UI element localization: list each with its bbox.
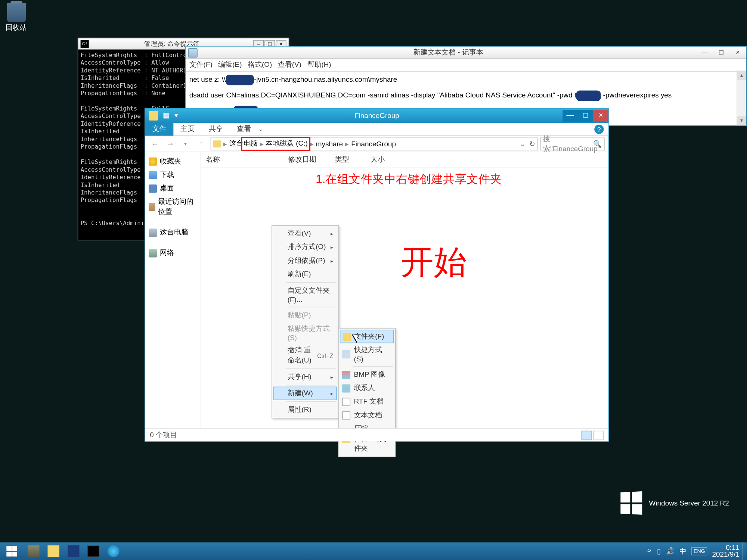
explorer-titlebar[interactable]: ▦ ▾ FinanceGroup — □ × — [145, 109, 608, 123]
ctx-refresh[interactable]: 刷新(E) — [273, 267, 337, 281]
nav-forward-button[interactable]: → — [164, 137, 177, 150]
chevron-right-icon[interactable]: ▸ — [223, 140, 227, 148]
view-details-button[interactable] — [582, 430, 592, 440]
taskbar-ie[interactable] — [103, 542, 124, 560]
ctx-new-txt[interactable]: 文本文档 — [340, 408, 394, 422]
ctx-view[interactable]: 查看(V)▸ — [273, 227, 337, 240]
ctx-properties[interactable]: 属性(R) — [273, 403, 337, 417]
ctx-new-bmp[interactable]: BMP 图像 — [340, 368, 394, 381]
qat-properties-icon[interactable]: ▦ — [163, 111, 173, 120]
ctx-new[interactable]: 新建(W)▸ — [273, 387, 337, 400]
ctx-sort[interactable]: 排序方式(O)▸ — [273, 240, 337, 254]
ribbon-tab-view[interactable]: 查看 — [230, 122, 258, 136]
notepad-menu-file[interactable]: 文件(F) — [189, 60, 213, 70]
nav-history-dropdown[interactable]: ▾ — [179, 137, 192, 150]
explorer-minimize-button[interactable]: — — [562, 110, 578, 121]
recent-icon — [149, 203, 155, 211]
tray-flag-icon[interactable]: 🏳 — [645, 547, 653, 555]
taskbar-powershell[interactable] — [63, 542, 84, 560]
explorer-search-input[interactable]: 搜索"FinanceGroup" 🔍 — [540, 137, 605, 150]
taskbar-cmd[interactable] — [84, 542, 104, 560]
tray-sound-icon[interactable]: 🔊 — [666, 547, 675, 555]
notepad-icon — [188, 48, 198, 57]
desktop-recycle-bin[interactable]: 回收站 — [3, 3, 30, 33]
tray-ime-indicator[interactable]: 中 — [679, 546, 686, 556]
breadcrumb-financegroup[interactable]: FinanceGroup — [351, 140, 396, 148]
breadcrumb-dropdown-icon[interactable]: ⌄ — [520, 140, 526, 148]
nav-back-button[interactable]: ← — [149, 137, 162, 150]
redacted-text: xxxxxxxx — [226, 75, 254, 85]
col-name[interactable]: 名称 — [201, 153, 283, 166]
notepad-maximize-button[interactable]: □ — [713, 47, 729, 58]
qat-newfolder-icon[interactable]: ▾ — [174, 111, 185, 120]
tray-clock[interactable]: 0:11 2021/9/1 — [712, 545, 740, 558]
explorer-file-pane[interactable]: 名称 修改日期 类型 大小 1.在组文件夹中右键创建共享文件夹 开始 查看(V)… — [201, 152, 608, 429]
view-icons-button[interactable] — [593, 430, 604, 440]
show-desktop-button[interactable] — [742, 542, 747, 560]
computer-icon — [149, 228, 157, 236]
chevron-right-icon: ▸ — [331, 231, 334, 237]
ctx-share[interactable]: 共享(H)▸ — [273, 370, 337, 384]
sidebar-downloads[interactable]: 下载 — [146, 168, 199, 181]
ctx-new-rtf[interactable]: RTF 文档 — [340, 395, 394, 408]
ctx-paste: 粘贴(P) — [273, 308, 337, 322]
sidebar-network[interactable]: 网络 — [146, 246, 199, 260]
notepad-minimize-button[interactable]: — — [697, 47, 713, 58]
ribbon-tab-share[interactable]: 共享 — [202, 122, 230, 136]
ctx-paste-shortcut: 粘贴快捷方式(S) — [273, 322, 337, 344]
col-modified[interactable]: 修改日期 — [283, 153, 331, 166]
breadcrumb-pc[interactable]: 这台电脑 — [229, 139, 258, 149]
help-icon[interactable]: ? — [594, 124, 604, 134]
os-watermark-text: Windows Server 2012 R2 — [649, 499, 729, 507]
notepad-titlebar[interactable]: 新建文本文档 - 记事本 — □ × — [186, 47, 746, 59]
explorer-maximize-button[interactable]: □ — [578, 110, 593, 121]
nav-up-button[interactable]: ↑ — [195, 137, 208, 150]
taskbar-server-manager[interactable] — [24, 542, 44, 560]
chevron-right-icon[interactable]: ▸ — [345, 140, 348, 148]
scroll-up-icon[interactable]: ▴ — [737, 71, 746, 80]
ie-icon — [108, 545, 119, 557]
sidebar-recent[interactable]: 最近访问的位置 — [146, 195, 199, 219]
redacted-text: xxxxxxx — [576, 90, 601, 101]
ctx-group[interactable]: 分组依据(P)▸ — [273, 254, 337, 267]
chevron-right-icon[interactable]: ▸ — [260, 140, 263, 148]
explorer-close-button[interactable]: × — [593, 110, 608, 121]
taskbar-explorer[interactable] — [43, 542, 63, 560]
refresh-icon[interactable]: ↻ — [529, 140, 535, 148]
folder-icon — [149, 111, 158, 120]
notepad-menu-view[interactable]: 查看(V) — [278, 60, 301, 70]
ctx-customize[interactable]: 自定义文件夹(F)... — [273, 284, 337, 305]
cmd-icon — [81, 40, 89, 48]
ribbon-tab-home[interactable]: 主页 — [173, 122, 202, 136]
separator — [286, 307, 337, 308]
sidebar-desktop[interactable]: 桌面 — [146, 181, 199, 195]
col-size[interactable]: 大小 — [366, 153, 395, 166]
chevron-right-icon[interactable]: ▸ — [310, 140, 313, 148]
notepad-menu-help[interactable]: 帮助(H) — [307, 60, 331, 70]
ctx-new-contact[interactable]: 联系人 — [340, 382, 394, 395]
breadcrumb-disk[interactable]: 本地磁盘 (C:) — [266, 139, 307, 149]
ctx-undo[interactable]: 撤消 重命名(U)Ctrl+Z — [273, 344, 337, 367]
start-button[interactable] — [0, 542, 24, 560]
explorer-sidebar: 收藏夹 下载 桌面 最近访问的位置 这台电脑 网络 — [145, 152, 201, 429]
tray-network-icon[interactable]: ▯ — [657, 547, 661, 555]
col-type[interactable]: 类型 — [331, 153, 366, 166]
tray-language-button[interactable]: ENG — [691, 547, 707, 555]
ribbon-expand-icon[interactable]: ⌄ — [258, 126, 263, 132]
sidebar-favorites[interactable]: 收藏夹 — [146, 155, 199, 168]
search-icon[interactable]: 🔍 — [593, 140, 602, 148]
notepad-scrollbar[interactable]: ▴ ▾ — [737, 71, 746, 125]
server-manager-icon — [28, 545, 39, 557]
explorer-icon — [47, 545, 59, 557]
notepad-menu-edit[interactable]: 编辑(E) — [218, 60, 242, 70]
notepad-close-button[interactable]: × — [729, 47, 746, 58]
sidebar-this-pc[interactable]: 这台电脑 — [146, 225, 199, 239]
notepad-menu-format[interactable]: 格式(O) — [248, 60, 272, 70]
scroll-down-icon[interactable]: ▾ — [737, 116, 746, 125]
ctx-new-shortcut[interactable]: 快捷方式(S) — [340, 343, 394, 365]
breadcrumb-myshare[interactable]: myshare — [316, 140, 343, 148]
star-icon — [149, 157, 157, 165]
breadcrumb-bar[interactable]: ▸ 这台电脑 ▸ 本地磁盘 (C:) ▸ myshare ▸ FinanceGr… — [210, 137, 538, 150]
ctx-new-folder[interactable]: 文件夹(F) — [340, 330, 394, 343]
ribbon-tab-file[interactable]: 文件 — [145, 122, 174, 136]
